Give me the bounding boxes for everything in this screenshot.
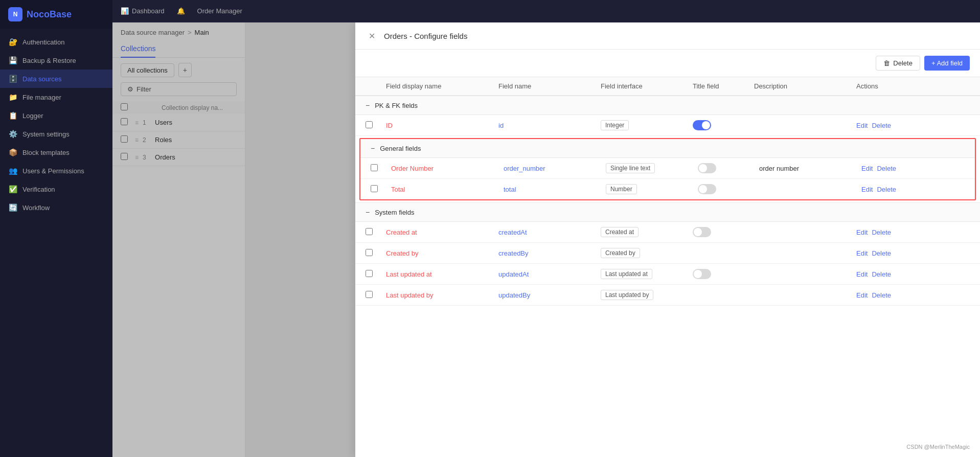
topbar-notifications[interactable]: 🔔 (177, 7, 185, 15)
field-actions: Edit Delete (861, 186, 923, 193)
interface-badge: Number (606, 184, 637, 194)
delete-link[interactable]: Delete (872, 270, 891, 278)
field-actions: Edit Delete (861, 165, 923, 172)
system-collapse-icon[interactable]: − (366, 208, 370, 216)
system-settings-icon: ⚙️ (8, 130, 17, 138)
th-title-field: Title field (693, 82, 754, 90)
modal-header: ✕ Orders - Configure fields (355, 22, 980, 50)
sidebar-item-system-settings[interactable]: ⚙️ System settings (0, 125, 112, 143)
sidebar-item-block-templates[interactable]: 📦 Block templates (0, 143, 112, 162)
field-row-created-at: Created at createdAt Created at Edit Del… (355, 222, 980, 243)
dashboard-icon: 📊 (121, 7, 129, 15)
field-checkbox[interactable] (366, 270, 373, 277)
topbar-order-manager[interactable]: Order Manager (197, 7, 242, 15)
edit-link[interactable]: Edit (861, 165, 873, 172)
field-display-name: Last updated by (386, 291, 498, 299)
field-row-id: ID id Integer Edit Delete (355, 115, 980, 136)
field-key: createdBy (498, 249, 601, 257)
sidebar-item-file-manager[interactable]: 📁 File manager (0, 88, 112, 106)
sidebar-item-label: Backup & Restore (22, 57, 76, 64)
delete-link[interactable]: Delete (877, 165, 896, 172)
system-section-label: System fields (375, 209, 414, 216)
topbar: 📊 Dashboard 🔔 Order Manager (112, 0, 980, 22)
field-actions: Edit Delete (856, 228, 918, 236)
interface-badge: Created by (601, 248, 640, 258)
pk-fk-section-label: PK & FK fields (375, 102, 418, 109)
sidebar-item-backup-restore[interactable]: 💾 Backup & Restore (0, 51, 112, 70)
title-field-toggle[interactable] (693, 227, 711, 237)
field-row-last-updated-by: Last updated by updatedBy Last updated b… (355, 285, 980, 306)
sidebar-nav: 🔐 Authentication 💾 Backup & Restore 🗄️ D… (0, 29, 112, 457)
edit-link[interactable]: Edit (856, 270, 868, 278)
general-collapse-icon[interactable]: − (371, 144, 375, 152)
field-actions: Edit Delete (856, 122, 918, 129)
field-checkbox[interactable] (366, 121, 373, 128)
delete-button[interactable]: 🗑 Delete (876, 56, 920, 71)
main-wrapper: 📊 Dashboard 🔔 Order Manager Data source … (112, 0, 980, 457)
configure-fields-panel: ✕ Orders - Configure fields 🗑 Delete + A… (355, 22, 980, 457)
field-checkbox[interactable] (366, 228, 373, 235)
edit-link[interactable]: Edit (861, 186, 873, 193)
add-field-button[interactable]: + Add field (924, 56, 970, 71)
th-checkbox (366, 82, 386, 90)
sidebar-item-label: Block templates (22, 149, 70, 156)
topbar-dashboard[interactable]: 📊 Dashboard (121, 7, 165, 15)
edit-link[interactable]: Edit (856, 249, 868, 257)
pk-fk-section-header: − PK & FK fields (355, 96, 980, 115)
users-permissions-icon: 👥 (8, 167, 17, 175)
field-row-created-by: Created by createdBy Created by Edit Del… (355, 243, 980, 264)
sidebar-item-workflow[interactable]: 🔄 Workflow (0, 198, 112, 217)
field-checkbox[interactable] (366, 291, 373, 298)
title-field-toggle[interactable] (693, 269, 711, 279)
delete-link[interactable]: Delete (877, 186, 896, 193)
sidebar-item-label: Users & Permissions (22, 167, 84, 175)
title-field-toggle[interactable] (698, 184, 716, 194)
modal-overlay: ✕ Orders - Configure fields 🗑 Delete + A… (112, 22, 980, 457)
close-button[interactable]: ✕ (366, 30, 378, 42)
workflow-icon: 🔄 (8, 203, 17, 212)
notifications-icon: 🔔 (177, 7, 185, 15)
title-field-toggle[interactable] (698, 163, 716, 173)
field-row-order-number: Order Number order_number Single line te… (360, 158, 975, 179)
field-checkbox[interactable] (371, 164, 378, 171)
sidebar-item-authentication[interactable]: 🔐 Authentication (0, 33, 112, 51)
delete-link[interactable]: Delete (872, 228, 891, 236)
field-actions: Edit Delete (856, 270, 918, 278)
app-logo: N NocoBase (0, 0, 112, 29)
system-section-header: − System fields (355, 202, 980, 222)
delete-link[interactable]: Delete (872, 249, 891, 257)
sidebar-item-data-sources[interactable]: 🗄️ Data sources (0, 70, 112, 88)
th-description: Description (754, 82, 856, 90)
block-templates-icon: 📦 (8, 148, 17, 156)
edit-link[interactable]: Edit (856, 122, 868, 129)
sidebar-item-users-permissions[interactable]: 👥 Users & Permissions (0, 162, 112, 180)
delete-link[interactable]: Delete (872, 122, 891, 129)
file-manager-icon: 📁 (8, 93, 17, 101)
data-sources-icon: 🗄️ (8, 75, 17, 83)
delete-link[interactable]: Delete (872, 291, 891, 299)
field-checkbox[interactable] (371, 185, 378, 192)
field-actions: Edit Delete (856, 291, 918, 299)
field-actions: Edit Delete (856, 249, 918, 257)
edit-link[interactable]: Edit (856, 228, 868, 236)
fields-table: Field display name Field name Field inte… (355, 77, 980, 457)
field-display-name: Created at (386, 228, 498, 236)
th-field-name: Field name (498, 82, 601, 90)
edit-link[interactable]: Edit (856, 291, 868, 299)
logger-icon: 📋 (8, 111, 17, 120)
pk-fk-collapse-icon[interactable]: − (366, 101, 370, 109)
sidebar-item-label: Logger (22, 112, 43, 120)
th-field-interface: Field interface (601, 82, 693, 90)
authentication-icon: 🔐 (8, 38, 17, 46)
field-row-last-updated-at: Last updated at updatedAt Last updated a… (355, 264, 980, 285)
sidebar-item-label: Data sources (22, 75, 62, 83)
sidebar-item-logger[interactable]: 📋 Logger (0, 106, 112, 125)
field-key: total (504, 186, 606, 193)
sidebar-item-verification[interactable]: ✅ Verification (0, 180, 112, 198)
sidebar-item-label: Workflow (22, 204, 50, 212)
field-display-name: Created by (386, 249, 498, 257)
field-checkbox[interactable] (366, 249, 373, 256)
general-section-label: General fields (380, 145, 421, 152)
field-display-name: Order Number (391, 165, 504, 172)
title-field-toggle[interactable] (693, 120, 711, 130)
